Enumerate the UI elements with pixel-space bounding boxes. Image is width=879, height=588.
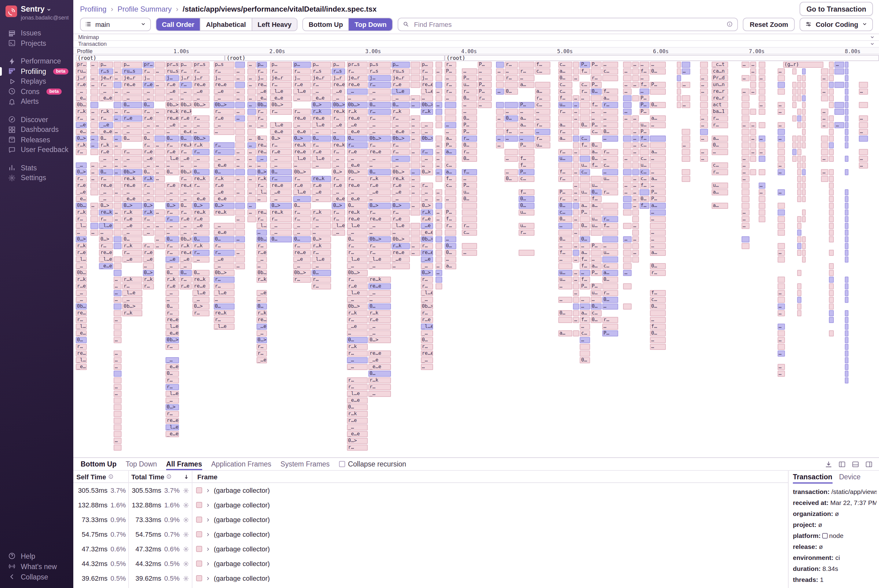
flame-frame[interactable]: f… <box>639 182 649 188</box>
flame-frame[interactable] <box>435 222 442 229</box>
flame-frame[interactable]: … <box>90 75 98 81</box>
download-icon[interactable] <box>825 460 832 468</box>
flame-frame[interactable] <box>580 102 590 108</box>
flame-frame[interactable] <box>435 108 442 114</box>
flame-frame[interactable]: r…e <box>76 283 87 289</box>
flame-frame[interactable]: P… <box>478 81 492 88</box>
flame-frame[interactable] <box>792 81 796 88</box>
flame-frame[interactable]: _…e <box>256 323 267 329</box>
flame-frame[interactable]: P… <box>519 142 535 148</box>
flame-frame[interactable]: _… <box>213 95 234 101</box>
flame-frame[interactable] <box>580 115 590 121</box>
flame-frame[interactable]: r… <box>332 176 346 182</box>
flame-frame[interactable] <box>639 148 649 155</box>
flame-frame[interactable]: _l…e <box>99 222 113 229</box>
flame-frame[interactable]: … <box>155 122 165 128</box>
flame-frame[interactable]: r… <box>712 169 728 175</box>
flame-frame[interactable] <box>114 330 122 336</box>
flame-frame[interactable] <box>845 95 849 101</box>
flame-frame[interactable]: r… <box>535 122 550 128</box>
flame-frame[interactable]: j… <box>293 75 311 81</box>
flame-frame[interactable] <box>573 303 579 309</box>
flame-frame[interactable]: a… <box>558 122 572 128</box>
flame-frame[interactable]: … <box>248 102 255 108</box>
flame-frame[interactable] <box>114 411 122 417</box>
flame-frame[interactable] <box>797 229 801 236</box>
flame-frame[interactable]: _… <box>392 155 410 162</box>
flame-frame[interactable]: 0… <box>505 115 518 121</box>
flame-frame[interactable]: _e…e <box>213 162 234 168</box>
flame-frame[interactable]: r… <box>193 182 210 188</box>
flame-frame[interactable] <box>758 122 765 128</box>
flame-frame[interactable]: … <box>650 337 666 343</box>
flame-frame[interactable]: … <box>410 115 420 121</box>
flame-frame[interactable]: 0… <box>462 155 477 162</box>
flame-frame[interactable]: … <box>392 229 410 236</box>
flame-frame[interactable]: P… <box>591 122 601 128</box>
root-frame[interactable]: (root) <box>445 55 879 61</box>
flame-frame[interactable]: 0b…> <box>293 270 311 276</box>
flame-frame[interactable]: 0…> <box>392 202 410 208</box>
flame-frame[interactable]: r… <box>421 310 433 316</box>
flame-frame[interactable] <box>624 256 632 262</box>
flame-frame[interactable]: … <box>410 182 420 188</box>
flame-frame[interactable] <box>435 283 442 289</box>
flame-frame[interactable]: f… <box>580 316 590 323</box>
flame-frame[interactable]: … <box>114 88 122 94</box>
flame-frame[interactable]: c… <box>591 310 601 316</box>
flame-frame[interactable] <box>435 122 442 128</box>
flame-frame[interactable] <box>792 155 796 162</box>
flame-frame[interactable] <box>845 209 849 215</box>
flame-frame[interactable]: _… <box>122 122 142 128</box>
flame-frame[interactable] <box>845 129 849 135</box>
flame-frame[interactable]: a… <box>535 88 550 94</box>
flame-frame[interactable]: … <box>368 297 391 303</box>
flame-frame[interactable]: f… <box>639 202 649 208</box>
flame-frame[interactable] <box>236 129 245 135</box>
flame-frame[interactable] <box>114 370 122 376</box>
flame-frame[interactable]: r…k <box>311 108 331 114</box>
flame-frame[interactable]: c… <box>558 62 572 68</box>
flame-frame[interactable]: P… <box>580 283 590 289</box>
flame-frame[interactable]: 0… <box>462 95 477 101</box>
flame-frame[interactable] <box>248 129 255 135</box>
flame-frame[interactable]: … <box>193 229 210 236</box>
flame-frame[interactable]: … <box>573 316 579 323</box>
flame-frame[interactable]: … <box>435 68 442 74</box>
flame-frame[interactable]: 0…> <box>293 135 311 141</box>
flame-frame[interactable]: … <box>236 189 245 195</box>
flame-frame[interactable]: … <box>248 81 255 88</box>
flame-frame[interactable]: _e…e <box>76 364 87 370</box>
flame-frame[interactable]: … <box>591 256 601 262</box>
flame-frame[interactable] <box>802 155 806 162</box>
flame-frame[interactable] <box>624 249 632 255</box>
flame-frame[interactable]: _… <box>143 162 154 168</box>
flame-frame[interactable]: r…k <box>392 108 410 114</box>
flame-frame[interactable] <box>681 176 690 182</box>
flame-frame[interactable]: … <box>777 102 785 108</box>
flame-frame[interactable]: _… <box>368 88 391 94</box>
flame-frame[interactable]: r… <box>311 276 331 282</box>
flame-frame[interactable]: _… <box>99 155 113 162</box>
flame-frame[interactable] <box>445 115 456 121</box>
flame-frame[interactable]: r…k <box>311 209 331 215</box>
flame-frame[interactable] <box>758 202 765 208</box>
flame-frame[interactable] <box>859 148 868 155</box>
flame-frame[interactable]: r… <box>213 148 234 155</box>
flame-frame[interactable] <box>496 102 504 108</box>
flame-frame[interactable]: r… <box>99 216 113 222</box>
flame-frame[interactable] <box>445 189 456 195</box>
flame-frame[interactable] <box>573 62 579 68</box>
flame-frame[interactable]: P… <box>519 169 535 175</box>
flame-frame[interactable]: re…e <box>256 316 267 323</box>
flame-frame[interactable] <box>602 182 619 188</box>
flame-frame[interactable]: _… <box>311 222 331 229</box>
flame-frame[interactable] <box>90 189 98 195</box>
flame-frame[interactable]: r… <box>332 148 346 155</box>
flame-frame[interactable]: … <box>777 350 785 356</box>
flame-frame[interactable] <box>829 270 834 276</box>
flame-frame[interactable]: r…e <box>421 216 433 222</box>
flame-frame[interactable] <box>248 115 255 121</box>
flame-frame[interactable]: r… <box>270 108 292 114</box>
flame-frame[interactable]: re…e <box>180 182 192 188</box>
